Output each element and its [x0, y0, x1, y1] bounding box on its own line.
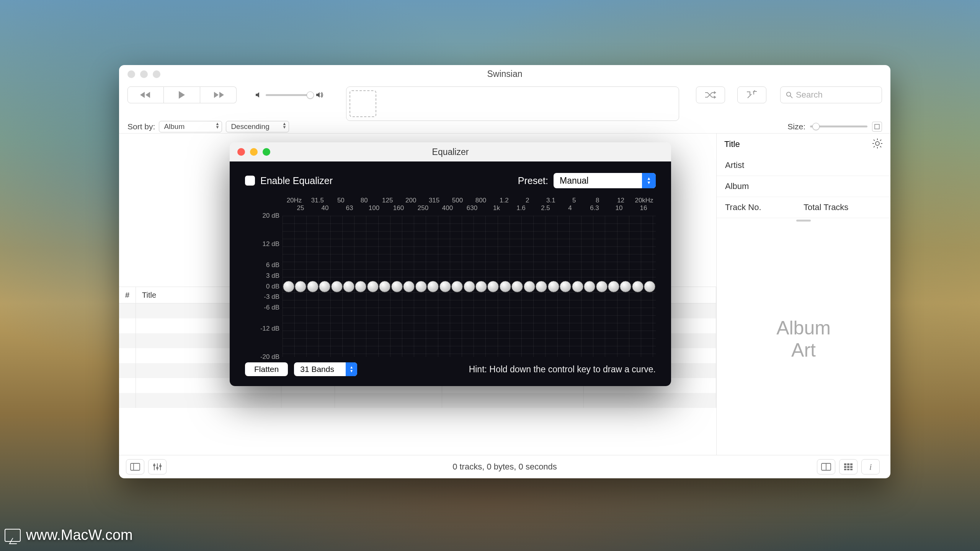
eq-band-handle[interactable] — [475, 281, 487, 292]
bands-value: 31 Bands — [300, 365, 334, 374]
eq-band-handle[interactable] — [451, 281, 463, 292]
eq-band-handle[interactable] — [644, 281, 656, 292]
size-slider[interactable] — [810, 126, 867, 127]
eq-band-knob[interactable] — [439, 281, 451, 292]
eq-band-handle[interactable] — [559, 281, 571, 292]
bands-select[interactable]: 31 Bands ▲▼ — [294, 362, 357, 376]
chevron-updown-icon: ▲▼ — [282, 122, 286, 129]
gear-icon[interactable] — [872, 138, 883, 150]
eq-band-knob[interactable] — [391, 281, 403, 292]
eq-band-handle[interactable] — [367, 281, 379, 292]
eq-band-knob[interactable] — [560, 281, 571, 292]
eq-band-handle[interactable] — [294, 281, 306, 292]
eq-band-handle[interactable] — [523, 281, 535, 292]
eq-band-knob[interactable] — [620, 281, 631, 292]
eq-band-handle[interactable] — [499, 281, 511, 292]
flatten-button[interactable]: Flatten — [245, 362, 288, 376]
play-button[interactable] — [164, 86, 200, 103]
eq-band-handle[interactable] — [572, 281, 583, 292]
eq-band-knob[interactable] — [608, 281, 619, 292]
eq-band-knob[interactable] — [548, 281, 559, 292]
eq-band-knob[interactable] — [500, 281, 511, 292]
eq-band-knob[interactable] — [511, 281, 523, 292]
eq-band-handle[interactable] — [379, 281, 391, 292]
eq-band-handle[interactable] — [415, 281, 427, 292]
eq-band-knob[interactable] — [307, 281, 318, 292]
eq-band-handle[interactable] — [608, 281, 619, 292]
eq-band-handle[interactable] — [511, 281, 523, 292]
freq-label: 63 — [337, 204, 362, 212]
volume-knob[interactable] — [307, 91, 314, 99]
eq-band-handle[interactable] — [318, 281, 330, 292]
sort-field-select[interactable]: Album ▲▼ — [159, 121, 222, 132]
album-art-text: Album Art — [776, 317, 831, 361]
eq-band-knob[interactable] — [464, 281, 475, 292]
info-button[interactable]: i — [861, 459, 880, 474]
next-button[interactable] — [200, 86, 237, 103]
eq-band-knob[interactable] — [295, 281, 306, 292]
eq-band-handle[interactable] — [355, 281, 367, 292]
columns-view-button[interactable] — [817, 459, 835, 474]
eq-band-knob[interactable] — [331, 281, 343, 292]
eq-band-knob[interactable] — [632, 281, 644, 292]
shuffle-button[interactable] — [696, 86, 725, 103]
col-number[interactable]: # — [119, 287, 136, 303]
maximize-icon[interactable] — [153, 70, 160, 78]
search-box[interactable] — [780, 86, 882, 103]
search-input[interactable] — [796, 90, 876, 100]
eq-band-knob[interactable] — [584, 281, 595, 292]
eq-band-knob[interactable] — [596, 281, 608, 292]
db-labels: 20 dB12 dB6 dB3 dB0 dB-3 dB-6 dB-12 dB-2… — [245, 216, 279, 357]
equalizer-handles — [283, 216, 656, 357]
table-row[interactable] — [119, 393, 716, 408]
eq-band-handle[interactable] — [307, 281, 318, 292]
eq-band-handle[interactable] — [463, 281, 475, 292]
eq-band-handle[interactable] — [283, 281, 294, 292]
close-icon[interactable] — [127, 70, 135, 78]
equalizer-toggle-button[interactable] — [148, 459, 167, 474]
eq-band-knob[interactable] — [319, 281, 330, 292]
grid-view-button[interactable] — [839, 459, 858, 474]
eq-band-knob[interactable] — [367, 281, 379, 292]
sidebar-toggle-button[interactable] — [126, 459, 144, 474]
eq-band-knob[interactable] — [379, 281, 390, 292]
enable-equalizer-checkbox[interactable] — [245, 176, 255, 186]
eq-band-handle[interactable] — [596, 281, 608, 292]
volume-slider[interactable] — [266, 94, 312, 96]
eq-band-knob[interactable] — [524, 281, 535, 292]
eq-band-handle[interactable] — [620, 281, 632, 292]
collapse-button[interactable] — [737, 86, 766, 103]
eq-band-handle[interactable] — [632, 281, 644, 292]
eq-band-handle[interactable] — [343, 281, 354, 292]
eq-band-knob[interactable] — [355, 281, 366, 292]
info-pane-drag-handle[interactable] — [717, 218, 890, 223]
eq-band-knob[interactable] — [572, 281, 583, 292]
eq-band-handle[interactable] — [536, 281, 547, 292]
eq-band-handle[interactable] — [547, 281, 559, 292]
eq-band-knob[interactable] — [427, 281, 439, 292]
eq-band-handle[interactable] — [583, 281, 595, 292]
size-max-button[interactable] — [872, 122, 882, 132]
eq-band-knob[interactable] — [415, 281, 427, 292]
eq-band-knob[interactable] — [343, 281, 354, 292]
eq-band-knob[interactable] — [451, 281, 463, 292]
freq-label: 50 — [329, 197, 353, 204]
eq-band-knob[interactable] — [536, 281, 547, 292]
eq-band-knob[interactable] — [644, 281, 655, 292]
shuffle-icon — [704, 91, 717, 99]
size-knob[interactable] — [812, 123, 820, 130]
previous-button[interactable] — [127, 86, 164, 103]
eq-band-handle[interactable] — [403, 281, 415, 292]
eq-band-knob[interactable] — [283, 281, 294, 292]
eq-band-knob[interactable] — [487, 281, 499, 292]
eq-band-handle[interactable] — [391, 281, 403, 292]
sort-direction-select[interactable]: Descending ▲▼ — [226, 121, 289, 132]
eq-band-handle[interactable] — [427, 281, 439, 292]
eq-band-knob[interactable] — [475, 281, 487, 292]
eq-band-knob[interactable] — [403, 281, 415, 292]
eq-band-handle[interactable] — [331, 281, 343, 292]
minimize-icon[interactable] — [140, 70, 148, 78]
eq-band-handle[interactable] — [439, 281, 451, 292]
preset-select[interactable]: Manual ▲▼ — [554, 173, 656, 188]
eq-band-handle[interactable] — [487, 281, 499, 292]
